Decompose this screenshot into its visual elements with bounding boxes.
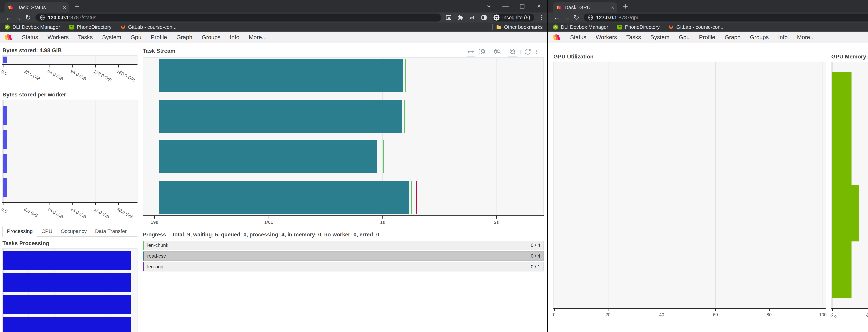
nav-item-status[interactable]: Status	[570, 34, 586, 41]
nav-item-profile[interactable]: Profile	[151, 34, 167, 41]
side-panel-icon[interactable]	[481, 14, 487, 21]
box-zoom-tool-icon[interactable]	[478, 47, 487, 56]
nav-item-info[interactable]: Info	[230, 34, 239, 41]
new-tab-button[interactable]: +	[623, 1, 628, 11]
dask-logo-icon	[4, 33, 12, 41]
tab-occupancy[interactable]: Occupancy	[57, 226, 91, 236]
task-stream-title: Task Stream	[143, 48, 175, 54]
maximize-button[interactable]	[514, 0, 530, 12]
back-button[interactable]: ←	[4, 14, 13, 22]
crosshair-zoom-tool-icon[interactable]	[508, 47, 517, 56]
gridline	[49, 100, 49, 202]
tab-dask-status[interactable]: Dask: Status ×	[4, 2, 69, 12]
incognito-badge[interactable]: Incognito (5)	[493, 13, 534, 22]
address-bar[interactable]: 127.0.0.1:8787/gpu	[584, 13, 868, 22]
nav-item-system[interactable]: System	[102, 34, 121, 41]
gridline	[26, 100, 26, 202]
axis-tick-label: 32.0 GiB	[23, 68, 41, 82]
bookmark-label: PhoneDirectory	[625, 24, 660, 30]
new-tab-button[interactable]: +	[74, 1, 80, 11]
nav-item-groups[interactable]: Groups	[202, 34, 220, 41]
axis-tick	[26, 65, 26, 67]
tab-cpu[interactable]: CPU	[37, 226, 56, 236]
chart-bar	[3, 273, 131, 292]
chart-marker	[405, 59, 406, 92]
back-button[interactable]: ←	[552, 14, 562, 22]
nav-item-tasks[interactable]: Tasks	[626, 34, 641, 41]
nav-item-graph[interactable]: Graph	[176, 34, 192, 41]
site-info-globe-icon[interactable]	[39, 15, 45, 20]
axis-tick	[49, 203, 50, 205]
nav-item-groups[interactable]: Groups	[750, 34, 769, 41]
bookmark-gitlab[interactable]: GitLab - course-con...	[669, 24, 725, 30]
bookmark-phonedirectory[interactable]: PhoneDirectory	[69, 24, 112, 30]
minimize-button[interactable]: —	[497, 0, 514, 12]
task-stream-plot[interactable]	[143, 57, 544, 215]
tab-dask-gpu[interactable]: Dask: GPU ×	[553, 2, 617, 12]
nav-item-workers[interactable]: Workers	[48, 34, 69, 41]
nav-item-gpu[interactable]: Gpu	[679, 34, 689, 41]
forward-button[interactable]: →	[13, 14, 23, 22]
axis-tick-label: 160.0 GiB	[116, 68, 136, 83]
bookmark-gitlab[interactable]: GitLab - course-con...	[120, 24, 177, 30]
nav-item-workers[interactable]: Workers	[596, 34, 617, 41]
gitlab-icon	[120, 24, 126, 30]
chart-bar	[3, 57, 7, 63]
bookmarks-bar: DLI Devbox Manager PhoneDirectory GitLab…	[548, 23, 868, 32]
bookmark-phonedirectory[interactable]: PhoneDirectory	[617, 24, 660, 30]
tab-close-icon[interactable]: ×	[63, 4, 66, 10]
gridline	[608, 62, 609, 308]
bookmark-dli-devbox-manager[interactable]: DLI Devbox Manager	[4, 24, 60, 30]
dask-nav-bar: Status Workers Tasks System Gpu Profile …	[548, 32, 868, 43]
axis-tick-label: 0.0	[0, 68, 8, 76]
x-pan-tool-icon[interactable]	[466, 47, 475, 56]
address-bar[interactable]: 120.0.0.1:8787/status	[35, 13, 441, 22]
tab-processing[interactable]: Processing	[2, 226, 37, 237]
forward-button[interactable]: →	[562, 14, 571, 22]
tab-data-transfer[interactable]: Data Transfer	[91, 226, 131, 236]
nav-item-more[interactable]: More...	[797, 34, 815, 41]
nav-item-more[interactable]: More...	[249, 34, 267, 41]
url-path: :8787/gpu	[617, 15, 640, 20]
x-axis: 0.08.0 GiB16.0 GiB24.0 GiB32.0 GiB40.0 G…	[2, 203, 137, 224]
progress-row-len-agg: len-agg 0 / 1	[143, 262, 544, 271]
chart-marker	[416, 181, 417, 214]
chart-bar	[3, 317, 131, 332]
nvidia-circle-icon	[4, 24, 10, 30]
extensions-icon[interactable]	[457, 14, 464, 21]
other-bookmarks-button[interactable]: Other bookmarks	[496, 24, 543, 30]
reset-tool-icon[interactable]	[523, 47, 532, 56]
task-count: 0 / 4	[531, 253, 540, 259]
x-axis: 020406080100	[553, 308, 826, 318]
bytes-per-worker-title: Bytes stored per worker	[2, 91, 137, 98]
bokeh-menu-icon[interactable]	[535, 50, 538, 54]
worker-metric-tabs: Processing CPU Occupancy Data Transfer	[2, 226, 137, 237]
nav-item-graph[interactable]: Graph	[724, 34, 741, 41]
tab-close-icon[interactable]: ×	[611, 4, 615, 10]
nav-item-system[interactable]: System	[650, 34, 670, 41]
nav-item-gpu[interactable]: Gpu	[130, 34, 141, 41]
playlist-icon[interactable]	[469, 14, 475, 21]
nav-item-info[interactable]: Info	[778, 34, 787, 41]
axis-tick	[769, 308, 770, 311]
nav-item-status[interactable]: Status	[22, 34, 38, 41]
close-button[interactable]: ×	[530, 0, 547, 12]
reload-button[interactable]: ↻	[571, 13, 581, 22]
browser-menu-icon[interactable]	[539, 15, 544, 20]
chart-bar	[832, 185, 859, 241]
axis-tick-label: 40.0 GiB	[116, 206, 134, 220]
wheel-zoom-tool-icon[interactable]	[493, 47, 502, 56]
bytes-stored-chart: Bytes stored: 4.98 GiB 0.032.0 GiB64.0 G…	[2, 47, 137, 86]
gridline	[715, 62, 716, 308]
progress-row-read-csv: read-csv 0 / 4	[143, 251, 544, 261]
bookmark-dli-devbox-manager[interactable]: DLI Devbox Manager	[553, 24, 608, 30]
picture-in-picture-icon[interactable]	[445, 14, 452, 21]
site-info-globe-icon[interactable]	[588, 15, 593, 20]
nav-item-profile[interactable]: Profile	[699, 34, 715, 41]
nav-item-tasks[interactable]: Tasks	[78, 34, 93, 41]
chart-bar	[3, 106, 7, 125]
reload-button[interactable]: ↻	[23, 13, 33, 22]
browser-window-gpu: Dask: GPU × + — × ← → ↻ 127.0.0.1:8787/g…	[548, 0, 868, 332]
axis-tick-label: 0.0	[0, 206, 8, 214]
tab-search-chevron-icon[interactable]	[480, 0, 497, 12]
